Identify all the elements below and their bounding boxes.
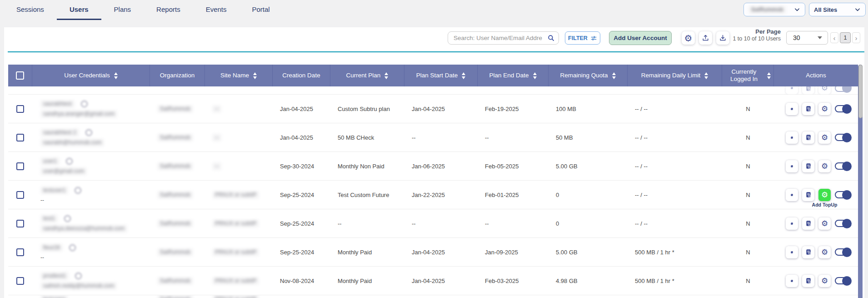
- sort-arrows-icon[interactable]: [114, 72, 118, 79]
- upload-users-button[interactable]: [699, 31, 712, 45]
- expand-user-details-button[interactable]: [786, 275, 798, 287]
- vertical-scrollbar[interactable]: [858, 65, 863, 298]
- tab-reports[interactable]: Reports: [144, 0, 193, 20]
- sort-desc-icon[interactable]: [767, 76, 771, 79]
- column-header-currently-logged-in[interactable]: Currently Logged In: [722, 65, 774, 86]
- user-info-icon[interactable]: [66, 158, 73, 165]
- expand-user-details-button[interactable]: [786, 160, 798, 172]
- expand-user-details-button[interactable]: [786, 86, 798, 94]
- sort-asc-icon[interactable]: [253, 72, 257, 75]
- sort-arrows-icon[interactable]: [462, 72, 465, 79]
- sort-asc-icon[interactable]: [114, 72, 118, 75]
- sort-arrows-icon[interactable]: [253, 72, 257, 79]
- user-settings-button[interactable]: ⚙: [818, 86, 831, 94]
- sort-desc-icon[interactable]: [114, 76, 118, 79]
- add-topup-button[interactable]: ⚙Add TopUp: [818, 189, 831, 201]
- row-checkbox[interactable]: [16, 134, 24, 141]
- expand-user-details-button[interactable]: [786, 103, 798, 115]
- add-user-account-button[interactable]: Add User Account: [609, 31, 672, 45]
- account-plan-info-button[interactable]: [802, 275, 814, 287]
- user-info-icon[interactable]: [75, 273, 82, 279]
- column-header-site-name[interactable]: Site Name: [205, 65, 273, 86]
- prev-page-button[interactable]: ‹: [830, 32, 838, 43]
- user-info-icon[interactable]: [81, 101, 88, 107]
- sort-desc-icon[interactable]: [253, 76, 257, 79]
- next-page-button[interactable]: ›: [852, 32, 860, 43]
- user-enabled-toggle[interactable]: [835, 219, 852, 228]
- column-header-user-credentials[interactable]: User Credentials: [32, 65, 150, 86]
- user-settings-button[interactable]: ⚙: [818, 275, 831, 287]
- tab-users[interactable]: Users: [57, 0, 101, 20]
- account-plan-info-button[interactable]: [802, 217, 814, 230]
- sort-asc-icon[interactable]: [533, 72, 537, 75]
- user-settings-button[interactable]: ⚙: [818, 217, 831, 230]
- sort-arrows-icon[interactable]: [767, 72, 771, 79]
- row-checkbox[interactable]: [16, 105, 24, 113]
- account-plan-info-button[interactable]: [802, 246, 814, 258]
- tab-sessions[interactable]: Sessions: [4, 0, 57, 20]
- column-header-plan-start-date[interactable]: Plan Start Date: [404, 65, 478, 86]
- page-size-select[interactable]: 30: [786, 31, 828, 45]
- select-all-checkbox[interactable]: [16, 71, 24, 80]
- column-header-remaining-daily-limit[interactable]: Remaining Daily Limit: [628, 65, 722, 86]
- row-checkbox[interactable]: [16, 220, 24, 227]
- column-header-remaining-quota[interactable]: Remaining Quota: [549, 65, 628, 86]
- search-icon[interactable]: [547, 34, 555, 42]
- account-plan-info-button[interactable]: [802, 160, 814, 172]
- user-info-icon[interactable]: [64, 215, 71, 222]
- row-checkbox[interactable]: [16, 277, 24, 285]
- sort-asc-icon[interactable]: [612, 72, 616, 75]
- user-info-icon[interactable]: [85, 129, 92, 136]
- column-header-plan-end-date[interactable]: Plan End Date: [478, 65, 549, 86]
- user-info-icon[interactable]: [69, 244, 76, 251]
- user-settings-button[interactable]: ⚙: [818, 246, 831, 258]
- sort-arrows-icon[interactable]: [533, 72, 537, 79]
- scrollbar-thumb[interactable]: [858, 65, 863, 118]
- organization-dropdown[interactable]: SatRummob: [743, 3, 805, 16]
- expand-user-details-button[interactable]: [786, 131, 798, 144]
- sort-asc-icon[interactable]: [704, 72, 708, 75]
- sort-arrows-icon[interactable]: [704, 72, 708, 79]
- sort-arrows-icon[interactable]: [384, 72, 388, 79]
- account-plan-info-button[interactable]: [802, 189, 814, 201]
- tab-portal[interactable]: Portal: [239, 0, 283, 20]
- account-plan-info-button[interactable]: [802, 86, 814, 94]
- sites-dropdown[interactable]: All Sites: [809, 3, 866, 16]
- row-checkbox[interactable]: [16, 248, 24, 256]
- user-settings-button[interactable]: ⚙: [818, 103, 831, 115]
- user-enabled-toggle[interactable]: [835, 86, 852, 93]
- user-enabled-toggle[interactable]: [835, 247, 852, 257]
- user-settings-button[interactable]: ⚙: [818, 131, 831, 144]
- tab-events[interactable]: Events: [193, 0, 239, 20]
- user-enabled-toggle[interactable]: [835, 190, 852, 200]
- sort-desc-icon[interactable]: [384, 76, 388, 79]
- sort-desc-icon[interactable]: [533, 76, 537, 79]
- expand-user-details-button[interactable]: [786, 246, 798, 258]
- sort-asc-icon[interactable]: [462, 72, 465, 75]
- expand-user-details-button[interactable]: [786, 217, 798, 230]
- sort-asc-icon[interactable]: [767, 72, 771, 75]
- user-enabled-toggle[interactable]: [835, 162, 852, 171]
- account-plan-info-button[interactable]: [802, 103, 814, 115]
- row-checkbox[interactable]: [16, 162, 24, 170]
- user-settings-button[interactable]: ⚙: [818, 160, 831, 172]
- column-header-current-plan[interactable]: Current Plan: [330, 65, 404, 86]
- sort-arrows-icon[interactable]: [612, 72, 616, 79]
- user-enabled-toggle[interactable]: [835, 276, 852, 286]
- sort-desc-icon[interactable]: [612, 76, 616, 79]
- user-enabled-toggle[interactable]: [835, 104, 852, 114]
- email-text: sandhya.deesoza@hummob.com: [40, 225, 127, 232]
- tab-plans[interactable]: Plans: [101, 0, 144, 20]
- sort-desc-icon[interactable]: [462, 76, 465, 79]
- table-settings-button[interactable]: ⚙: [682, 31, 695, 45]
- current-page-button[interactable]: 1: [840, 32, 851, 43]
- search-input[interactable]: [454, 35, 547, 41]
- user-info-icon[interactable]: [75, 187, 81, 194]
- filter-button[interactable]: FILTER: [565, 31, 600, 45]
- sort-desc-icon[interactable]: [704, 76, 708, 79]
- row-checkbox[interactable]: [16, 191, 24, 199]
- account-plan-info-button[interactable]: [802, 131, 814, 144]
- user-enabled-toggle[interactable]: [835, 133, 852, 142]
- expand-user-details-button[interactable]: [786, 189, 798, 201]
- sort-asc-icon[interactable]: [384, 72, 388, 75]
